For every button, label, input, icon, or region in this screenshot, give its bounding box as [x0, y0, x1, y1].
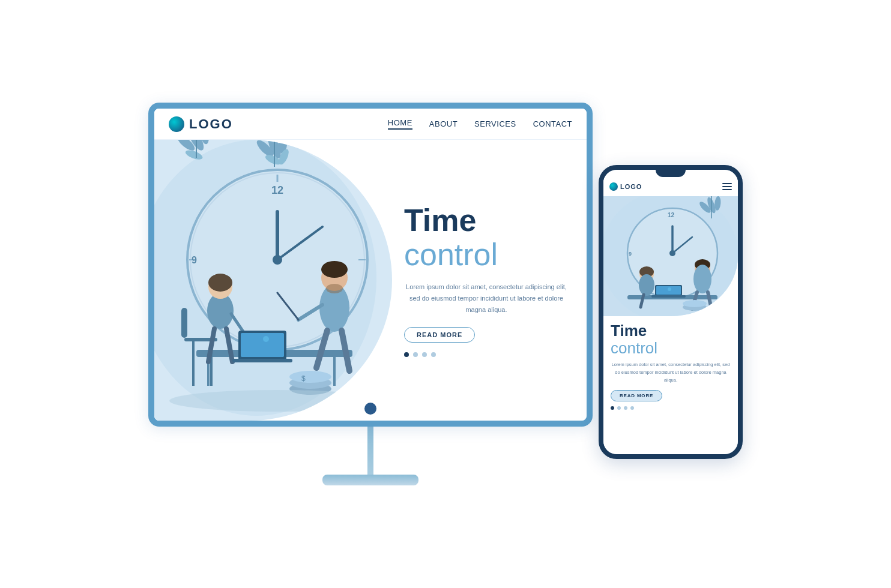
- desktop-website: LOGO HOME ABOUT SERVICES CONTACT: [154, 109, 587, 421]
- desktop-logo-area: LOGO: [169, 116, 233, 132]
- phone-dots-row: [611, 406, 731, 410]
- nav-link-about[interactable]: ABOUT: [429, 119, 458, 128]
- phone-illustration-svg: 12 9: [603, 196, 738, 316]
- hamburger-line-3: [722, 189, 732, 190]
- phone-logo-text: LOGO: [620, 183, 642, 190]
- svg-point-23: [273, 255, 282, 265]
- phone-hamburger-menu[interactable]: [722, 183, 732, 190]
- phone-navbar: LOGO: [603, 177, 738, 196]
- desktop-read-more-button[interactable]: READ MORE: [404, 327, 475, 343]
- monitor-base: [322, 475, 418, 485]
- phone-illustration: 12 9: [603, 196, 738, 316]
- monitor-bottom-dot: [364, 403, 376, 415]
- phone-hero-subtitle: control: [611, 340, 731, 357]
- monitor-wrapper: LOGO HOME ABOUT SERVICES CONTACT: [148, 103, 593, 485]
- phone-hero-description: Lorem ipsum dolor sit amet, consectetur …: [611, 361, 731, 384]
- svg-rect-38: [241, 333, 284, 357]
- desktop-content: 12 9 6: [154, 140, 587, 421]
- svg-rect-73: [651, 295, 686, 298]
- desktop-hero-subtitle: control: [404, 238, 569, 272]
- svg-point-64: [669, 250, 675, 256]
- nav-link-contact[interactable]: CONTACT: [533, 119, 572, 128]
- desktop-logo-text: LOGO: [189, 116, 233, 132]
- monitor-stand: [367, 427, 373, 475]
- phone-dot-4: [630, 406, 634, 410]
- desktop-nav-links: HOME ABOUT SERVICES CONTACT: [388, 118, 572, 130]
- phone: LOGO: [599, 165, 743, 459]
- svg-rect-30: [181, 308, 187, 338]
- svg-text:12: 12: [668, 212, 675, 218]
- nav-link-home[interactable]: HOME: [388, 118, 412, 130]
- svg-point-53: [169, 390, 385, 412]
- desktop-dot-1: [404, 352, 409, 357]
- svg-point-76: [693, 265, 711, 293]
- desktop-navbar: LOGO HOME ABOUT SERVICES CONTACT: [154, 109, 587, 140]
- nav-link-services[interactable]: SERVICES: [474, 119, 516, 128]
- desktop-dot-2: [413, 352, 418, 357]
- svg-point-39: [263, 336, 269, 342]
- svg-point-68: [639, 274, 654, 296]
- phone-notch: [656, 170, 686, 177]
- monitor: LOGO HOME ABOUT SERVICES CONTACT: [148, 103, 593, 427]
- desktop-logo-icon: [169, 116, 184, 132]
- phone-hero-title: Time: [611, 322, 731, 340]
- phone-wrapper: LOGO: [599, 165, 743, 459]
- phone-logo-area: LOGO: [609, 182, 642, 191]
- svg-point-72: [668, 287, 671, 291]
- desktop-dot-4: [431, 352, 436, 357]
- phone-dot-3: [624, 406, 627, 410]
- phone-dot-1: [611, 406, 614, 410]
- svg-point-80: [683, 300, 707, 307]
- desktop-illustration-area: 12 9 6: [154, 140, 392, 421]
- svg-text:9: 9: [629, 251, 632, 257]
- svg-text:12: 12: [271, 184, 283, 196]
- phone-website: LOGO: [603, 170, 738, 454]
- svg-point-44: [321, 261, 348, 278]
- phone-dot-2: [617, 406, 621, 410]
- desktop-text-area: Time control Lorem ipsum dolor sit amet,…: [392, 140, 587, 421]
- svg-point-43: [326, 284, 343, 293]
- hamburger-line-1: [722, 183, 732, 184]
- desktop-hero-title: Time: [404, 203, 569, 238]
- desktop-dots-row: [404, 352, 569, 357]
- phone-read-more-button[interactable]: READ MORE: [611, 390, 662, 401]
- svg-rect-40: [232, 359, 292, 362]
- svg-point-51: [289, 371, 331, 383]
- svg-point-33: [208, 274, 232, 292]
- phone-text-area: Time control Lorem ipsum dolor sit amet,…: [603, 316, 738, 416]
- scene: LOGO HOME ABOUT SERVICES CONTACT: [0, 0, 891, 588]
- desktop-dot-3: [422, 352, 427, 357]
- desktop-illustration-svg: 12 9 6: [154, 140, 392, 421]
- desktop-hero-description: Lorem ipsum dolor sit amet, consectetur …: [404, 281, 569, 315]
- hamburger-line-2: [722, 186, 732, 187]
- phone-logo-icon: [609, 182, 618, 191]
- svg-text:9: 9: [192, 255, 197, 265]
- phone-content: 12 9: [603, 196, 738, 454]
- svg-text:$: $: [301, 374, 306, 383]
